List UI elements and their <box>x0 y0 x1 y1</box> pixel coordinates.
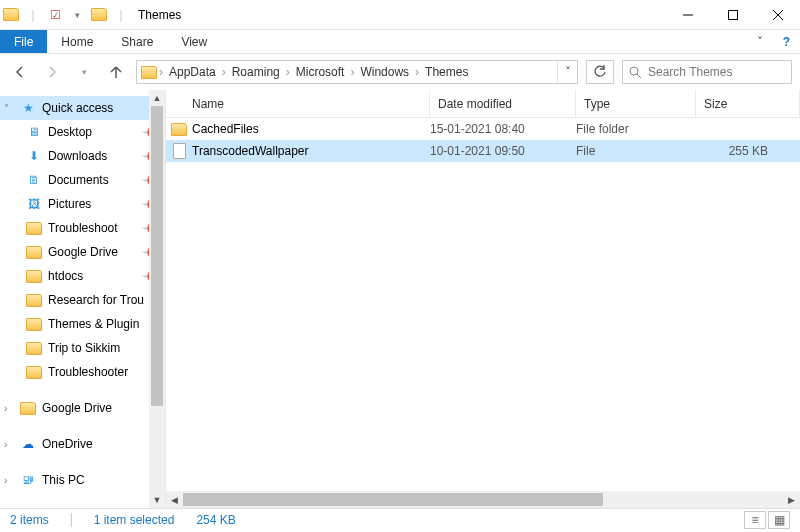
sidebar-item[interactable]: Trip to Sikkim <box>0 336 165 360</box>
sidebar-section[interactable]: ›Google Drive <box>0 396 165 420</box>
folder-icon <box>26 220 42 236</box>
titlebar: | ☑ ▾ | Themes <box>0 0 800 30</box>
folder-icon <box>166 123 192 136</box>
breadcrumb-item[interactable]: AppData <box>165 65 220 79</box>
breadcrumb-item[interactable]: Roaming <box>228 65 284 79</box>
minimize-button[interactable] <box>665 0 710 30</box>
scroll-down-icon[interactable]: ▼ <box>149 492 165 508</box>
sidebar-item[interactable]: Research for Trou <box>0 288 165 312</box>
maximize-button[interactable] <box>710 0 755 30</box>
sidebar-scrollbar[interactable]: ▲ ▼ <box>149 90 165 508</box>
tab-share[interactable]: Share <box>107 30 167 53</box>
view-details-button[interactable]: ≡ <box>744 511 766 529</box>
sidebar-quick-access[interactable]: ˅ ★ Quick access <box>0 96 165 120</box>
caret-down-icon[interactable]: ˅ <box>4 103 9 114</box>
caret-right-icon[interactable]: › <box>4 475 7 486</box>
tab-home[interactable]: Home <box>47 30 107 53</box>
folder-icon <box>26 268 42 284</box>
scroll-up-icon[interactable]: ▲ <box>149 90 165 106</box>
address-dropdown-icon[interactable]: ˅ <box>557 61 577 83</box>
onedrive-icon: ☁ <box>20 436 36 452</box>
svg-line-5 <box>637 74 641 78</box>
breadcrumb-item[interactable]: Themes <box>421 65 472 79</box>
search-input[interactable]: Search Themes <box>622 60 792 84</box>
chevron-right-icon[interactable]: › <box>413 65 421 79</box>
file-type: File folder <box>576 122 696 136</box>
downloads-icon: ⬇ <box>26 148 42 164</box>
file-row[interactable]: CachedFiles 15-01-2021 08:40 File folder <box>166 118 800 140</box>
qat-dropdown-icon[interactable]: ▾ <box>66 0 88 30</box>
folder-icon <box>0 0 22 30</box>
svg-point-4 <box>630 67 638 75</box>
tab-file[interactable]: File <box>0 30 47 53</box>
scroll-left-icon[interactable]: ◀ <box>166 491 183 508</box>
sidebar-item-label: Research for Trou <box>48 293 144 307</box>
breadcrumb-item[interactable]: Microsoft <box>292 65 349 79</box>
sidebar-item-documents[interactable]: 🗎Documents📌 <box>0 168 165 192</box>
ribbon: File Home Share View ˅ ? <box>0 30 800 54</box>
sidebar-item-label: Google Drive <box>42 401 112 415</box>
sidebar-item-label: This PC <box>42 473 85 487</box>
sidebar-item[interactable]: Troubleshooter <box>0 360 165 384</box>
file-row[interactable]: TranscodedWallpaper 10-01-2021 09:50 Fil… <box>166 140 800 162</box>
status-selection: 1 item selected <box>94 513 175 527</box>
sidebar-item-desktop[interactable]: 🖥Desktop📌 <box>0 120 165 144</box>
address-row: ▾ › AppData › Roaming › Microsoft › Wind… <box>0 54 800 90</box>
scroll-thumb[interactable] <box>183 493 603 506</box>
folder-icon <box>141 64 157 80</box>
chevron-right-icon[interactable]: › <box>348 65 356 79</box>
view-icons-button[interactable]: ▦ <box>768 511 790 529</box>
tab-view[interactable]: View <box>167 30 221 53</box>
sidebar-item[interactable]: Themes & Plugin <box>0 312 165 336</box>
caret-right-icon[interactable]: › <box>4 403 7 414</box>
column-headers: Name Date modified Type Size <box>166 90 800 118</box>
sidebar-section[interactable]: ›☁OneDrive <box>0 432 165 456</box>
chevron-right-icon[interactable]: › <box>284 65 292 79</box>
chevron-right-icon[interactable]: › <box>220 65 228 79</box>
ribbon-expand-icon[interactable]: ˅ <box>747 30 773 53</box>
sidebar-item-pictures[interactable]: 🖼Pictures📌 <box>0 192 165 216</box>
pictures-icon: 🖼 <box>26 196 42 212</box>
caret-right-icon[interactable]: › <box>4 439 7 450</box>
search-icon <box>629 66 642 79</box>
star-icon: ★ <box>20 100 36 116</box>
scroll-thumb[interactable] <box>151 106 163 406</box>
sidebar-item-label: htdocs <box>48 269 83 283</box>
address-bar[interactable]: › AppData › Roaming › Microsoft › Window… <box>136 60 578 84</box>
column-size[interactable]: Size <box>696 90 800 117</box>
sidebar-section[interactable]: ›🖳This PC <box>0 468 165 492</box>
qat-sep: | <box>110 0 132 30</box>
back-button[interactable] <box>8 60 32 84</box>
folder-icon <box>26 364 42 380</box>
svg-rect-1 <box>728 10 737 19</box>
breadcrumb-item[interactable]: Windows <box>356 65 413 79</box>
close-button[interactable] <box>755 0 800 30</box>
chevron-right-icon[interactable]: › <box>157 65 165 79</box>
documents-icon: 🗎 <box>26 172 42 188</box>
file-size: 255 KB <box>696 144 800 158</box>
sidebar-item-label: Troubleshooter <box>48 365 128 379</box>
file-name: TranscodedWallpaper <box>192 144 430 158</box>
help-icon[interactable]: ? <box>773 30 800 53</box>
sidebar-item[interactable]: Troubleshoot📌 <box>0 216 165 240</box>
content-pane: Name Date modified Type Size CachedFiles… <box>166 90 800 508</box>
column-date[interactable]: Date modified <box>430 90 576 117</box>
file-date: 10-01-2021 09:50 <box>430 144 576 158</box>
recent-dropdown[interactable]: ▾ <box>72 60 96 84</box>
content-hscrollbar[interactable]: ◀ ▶ <box>166 491 800 508</box>
thispc-icon: 🖳 <box>20 472 36 488</box>
column-name[interactable]: Name <box>166 90 430 117</box>
scroll-right-icon[interactable]: ▶ <box>783 491 800 508</box>
sidebar-item-downloads[interactable]: ⬇Downloads📌 <box>0 144 165 168</box>
sidebar-item-label: Documents <box>48 173 109 187</box>
up-button[interactable] <box>104 60 128 84</box>
sidebar-item[interactable]: Google Drive📌 <box>0 240 165 264</box>
refresh-button[interactable] <box>586 60 614 84</box>
forward-button[interactable] <box>40 60 64 84</box>
sidebar-item-label: OneDrive <box>42 437 93 451</box>
checkbox-icon[interactable]: ☑ <box>44 0 66 30</box>
file-icon <box>166 143 192 159</box>
desktop-icon: 🖥 <box>26 124 42 140</box>
column-type[interactable]: Type <box>576 90 696 117</box>
sidebar-item[interactable]: htdocs📌 <box>0 264 165 288</box>
